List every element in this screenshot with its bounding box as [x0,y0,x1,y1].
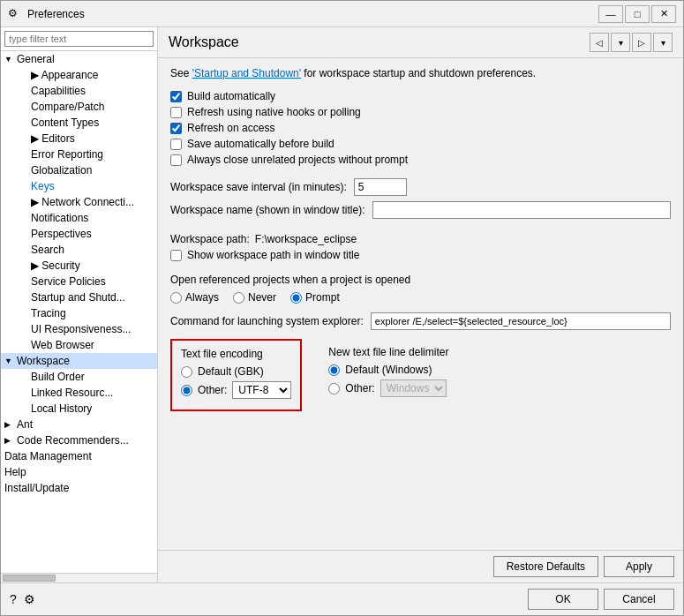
settings-icon[interactable]: ⚙ [24,592,35,606]
radio-prompt-label: Prompt [305,291,340,304]
checkbox-save-auto: Save automatically before build [170,138,671,150]
sidebar-item-compare[interactable]: Compare/Patch [15,99,157,115]
ok-button[interactable]: OK [528,589,598,610]
workspace-path-row: Workspace path: F:\workspace_eclipse [170,233,671,245]
radio-never-input[interactable] [233,292,244,304]
command-row: Command for launching system explorer: [170,312,671,330]
close-unrelated-checkbox[interactable] [170,154,182,166]
sidebar-item-startup[interactable]: Startup and Shutd... [15,289,157,305]
back-dropdown-button[interactable]: ▾ [611,33,630,52]
show-path-checkbox[interactable] [170,250,182,261]
open-projects-label: Open referenced projects when a project … [170,274,671,286]
restore-defaults-button[interactable]: Restore Defaults [493,556,598,577]
cancel-button[interactable]: Cancel [604,589,674,610]
cr-label: Code Recommenders... [17,434,129,447]
refresh-native-checkbox[interactable] [170,107,182,118]
forward-dropdown-button[interactable]: ▾ [653,33,673,52]
build-auto-checkbox[interactable] [170,91,182,102]
refresh-access-checkbox[interactable] [170,123,182,134]
radio-prompt-input[interactable] [290,292,302,304]
back-button[interactable]: ◁ [590,33,609,52]
sidebar-item-workspace[interactable]: ▼ Workspace [1,353,157,369]
panel-toolbar: ◁ ▾ ▷ ▾ [590,33,673,52]
sidebar-item-ant[interactable]: ▶ Ant [1,417,157,432]
sidebar-item-local-history[interactable]: Local History [15,401,157,417]
delimiter-other-select[interactable]: Windows Unix [380,379,447,397]
workspace-label: Workspace [17,355,70,367]
radio-always[interactable]: Always [170,291,219,304]
encoding-default-radio[interactable] [181,366,192,378]
encoding-other-select[interactable]: UTF-8 GBK UTF-16 [232,381,291,399]
workspace-name-row: Workspace name (shown in window title): [170,201,671,219]
encoding-default-row: Default (GBK) [181,365,291,378]
radio-never[interactable]: Never [233,291,276,304]
tree-group-general: ▼ General ▶ Appearance Capabilities Comp… [1,51,157,353]
title-bar: ⚙ Preferences [1,1,683,27]
close-unrelated-label: Always close unrelated projects without … [187,154,408,166]
sidebar-item-globalization[interactable]: Globalization [15,162,157,178]
delimiter-default-radio[interactable] [328,364,340,376]
save-auto-checkbox[interactable] [170,139,182,150]
sidebar-item-search[interactable]: Search [15,242,157,258]
apply-button[interactable]: Apply [604,556,674,577]
encoding-box: Text file encoding Default (GBK) Other: … [170,339,302,411]
forward-button[interactable]: ▷ [632,33,651,52]
help-icon[interactable]: ? [10,592,17,606]
sidebar-item-capabilities[interactable]: Capabilities [15,83,157,99]
workspace-children: Build Order Linked Resourc... Local Hist… [1,369,157,417]
description-suffix: for workspace startup and shutdown prefe… [301,67,536,79]
sidebar-item-web-browser[interactable]: Web Browser [15,337,157,353]
save-interval-input[interactable] [354,178,407,196]
encoding-other-radio[interactable] [181,385,192,396]
sidebar: ▼ General ▶ Appearance Capabilities Comp… [1,27,158,582]
sidebar-item-install-update[interactable]: Install/Update [1,480,157,496]
sidebar-item-code-recommenders[interactable]: ▶ Code Recommenders... [1,432,157,448]
command-label: Command for launching system explorer: [170,315,364,327]
bottom-icons: ? ⚙ [10,592,35,606]
maximize-button[interactable] [625,5,650,23]
sidebar-item-security[interactable]: ▶ Security [15,258,157,274]
sidebar-item-linked-resources[interactable]: Linked Resourc... [15,385,157,401]
close-button[interactable] [651,5,676,23]
description-text: See [170,67,192,79]
panel-header: Workspace ◁ ▾ ▷ ▾ [158,27,683,58]
filter-box [1,27,157,51]
chevron-right-icon-cr: ▶ [4,436,17,445]
sidebar-item-notifications[interactable]: Notifications [15,210,157,226]
sidebar-item-perspectives[interactable]: Perspectives [15,226,157,242]
sidebar-item-help[interactable]: Help [1,464,157,480]
filter-input[interactable] [4,31,154,47]
radio-prompt[interactable]: Prompt [290,291,340,304]
sidebar-item-appearance[interactable]: ▶ Appearance [15,67,157,83]
checkbox-refresh-access: Refresh on access [170,122,671,134]
sidebar-item-general[interactable]: ▼ General [1,51,157,67]
sidebar-item-service-policies[interactable]: Service Policies [15,274,157,289]
sidebar-item-editors[interactable]: ▶ Editors [15,131,157,146]
chevron-down-icon-workspace: ▼ [4,357,17,365]
delimiter-default-label: Default (Windows) [345,364,432,376]
sidebar-item-keys[interactable]: Keys [15,178,157,194]
sidebar-scrollbar-h[interactable] [1,573,157,582]
sidebar-item-ui-responsiveness[interactable]: UI Responsiveness... [15,321,157,337]
command-input[interactable] [371,312,671,330]
workspace-name-input[interactable] [372,201,671,219]
open-projects-radio-group: Always Never Prompt [170,291,671,304]
startup-shutdown-link[interactable]: 'Startup and Shutdown' [192,67,301,79]
radio-always-input[interactable] [170,292,182,304]
minimize-button[interactable] [598,5,623,23]
sidebar-item-network[interactable]: ▶ Network Connecti... [15,194,157,210]
delimiter-other-radio[interactable] [328,383,340,394]
bottom-right-buttons: OK Cancel [528,589,674,610]
sidebar-tree: ▼ General ▶ Appearance Capabilities Comp… [1,51,157,573]
workspace-name-label: Workspace name (shown in window title): [170,204,365,216]
sidebar-item-content-types[interactable]: Content Types [15,115,157,131]
sidebar-item-build-order[interactable]: Build Order [15,369,157,385]
sidebar-item-data-management[interactable]: Data Management [1,448,157,464]
sidebar-item-tracing[interactable]: Tracing [15,305,157,321]
ant-label: Ant [17,418,33,431]
sidebar-item-error-reporting[interactable]: Error Reporting [15,146,157,162]
general-label: General [17,53,55,65]
radio-never-label: Never [248,291,276,304]
workspace-path-label: Workspace path: [170,233,250,245]
encoding-default-label: Default (GBK) [198,365,264,378]
